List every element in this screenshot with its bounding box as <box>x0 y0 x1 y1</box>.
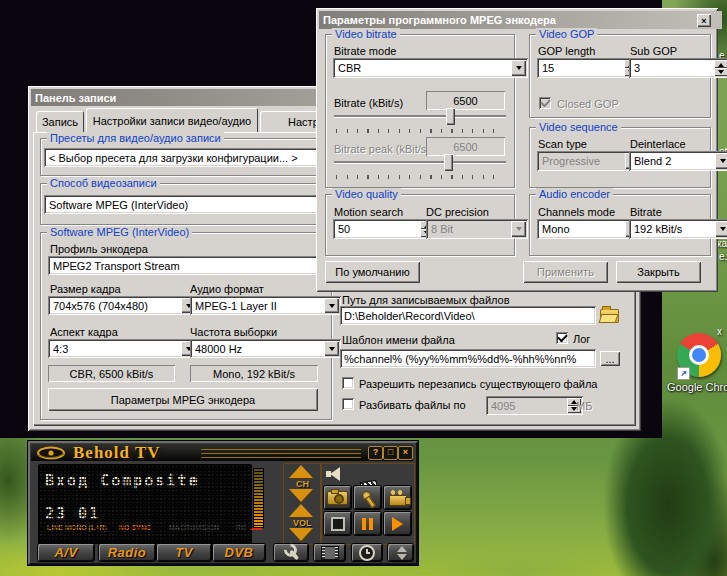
gop-length-spinner[interactable]: 15 <box>537 58 640 78</box>
lcd-clock-text: 23 01 <box>45 505 100 523</box>
settings-button[interactable] <box>274 544 308 561</box>
overwrite-checkbox[interactable] <box>342 377 354 389</box>
bitrate-mode-label: Bitrate mode <box>334 45 396 57</box>
filename-template-input[interactable] <box>340 349 596 368</box>
play-button[interactable] <box>384 512 411 535</box>
log-checkbox[interactable] <box>556 332 568 344</box>
video-sequence-group-title: Video sequence <box>536 121 621 133</box>
video-record-button[interactable] <box>384 486 411 509</box>
collapse-arrows-icon <box>394 546 408 560</box>
mpeg-params-button[interactable]: Параметры MPEG энкодера <box>48 388 318 411</box>
encoder-profile-select[interactable]: MPEG2 Transport Stream <box>48 256 343 275</box>
bitrate-peak-slider-ticks <box>336 175 504 179</box>
split-size-unit-label: МБ <box>576 400 592 412</box>
defaults-button[interactable]: По умолчанию <box>325 261 420 283</box>
close-icon[interactable]: × <box>398 446 413 460</box>
record-panel-title: Панель записи <box>35 92 116 104</box>
recorded-files-button[interactable] <box>314 544 345 561</box>
audio-bitrate-label: Bitrate <box>630 206 662 218</box>
dvb-mode-button[interactable]: DVB <box>213 544 265 561</box>
beholdtv-titlebar[interactable]: Behold TV ? □ × <box>31 444 413 461</box>
audio-bitrate-select[interactable]: 192 kBit/s <box>629 219 727 239</box>
dc-precision-select[interactable]: 8 Bit <box>426 219 528 239</box>
scheduler-button[interactable] <box>352 544 382 561</box>
record-method-select[interactable]: Software MPEG (InterVideo) <box>44 195 349 214</box>
chevron-down-icon[interactable] <box>324 341 339 356</box>
volume-up-button[interactable] <box>289 504 313 517</box>
apply-button[interactable]: Применить <box>523 261 608 283</box>
channel-down-button[interactable] <box>289 489 313 502</box>
mute-speaker-icon[interactable] <box>326 467 343 481</box>
spin-up-button[interactable] <box>714 60 727 68</box>
tab-record[interactable]: Запись <box>36 111 84 132</box>
av-mode-button[interactable]: A/V <box>38 544 94 561</box>
tab-video-audio-settings[interactable]: Настройки записи видео/аудио <box>86 108 258 133</box>
encoder-profile-label: Профиль энкодера <box>50 243 148 255</box>
collapse-button[interactable] <box>388 544 413 561</box>
folder-browse-icon[interactable] <box>600 309 619 323</box>
aspect-select[interactable]: 4:3 <box>48 339 198 358</box>
minimize-icon[interactable]: □ <box>383 446 398 460</box>
dc-precision-value: 8 Bit <box>431 223 453 235</box>
video-summary-field: CBR, 6500 kBit/s <box>48 365 175 382</box>
bitrate-peak-value-field: 6500 <box>426 137 505 156</box>
deinterlace-select[interactable]: Blend 2 <box>629 151 727 171</box>
scan-type-value: Progressive <box>542 155 600 167</box>
channels-mode-select[interactable]: Mono <box>537 219 642 239</box>
chevron-down-icon[interactable] <box>511 60 526 76</box>
scan-type-select[interactable]: Progressive <box>537 151 642 171</box>
motion-search-spinner[interactable]: 50 <box>333 219 436 239</box>
tv-mode-button[interactable]: TV <box>157 544 211 561</box>
dvb-mode-label: DVB <box>225 545 254 560</box>
closed-gop-checkbox[interactable] <box>539 97 551 109</box>
snapshot-button[interactable] <box>324 486 351 509</box>
mpeg-dialog-titlebar[interactable]: Параметры программного MPEG энкодера <box>319 11 722 29</box>
bitrate-peak-slider-thumb[interactable] <box>444 154 453 171</box>
frame-size-value: 704x576 (704x480) <box>53 300 148 312</box>
beholdtv-eye-logo-icon <box>36 446 66 460</box>
software-mpeg-group-title: Software MPEG (InterVideo) <box>47 226 192 238</box>
record-path-input[interactable] <box>340 306 596 325</box>
titlebar-ornament-lines <box>201 449 361 459</box>
sample-rate-select[interactable]: 48000 Hz <box>190 339 341 358</box>
desktop-icon-label-fragment: ка <box>717 238 727 249</box>
preset-select[interactable]: < Выбор пресета для загрузки конфигураци… <box>44 148 347 167</box>
channel-up-button[interactable] <box>289 465 313 478</box>
sub-gop-spinner[interactable]: 3 <box>629 58 727 78</box>
record-method-value: Software MPEG (InterVideo) <box>49 199 188 211</box>
audio-format-select[interactable]: MPEG-1 Layer II <box>190 296 341 315</box>
audio-record-button[interactable] <box>354 486 381 509</box>
close-icon[interactable]: × <box>697 14 711 27</box>
sample-rate-value: 48000 Hz <box>195 343 242 355</box>
split-files-checkbox[interactable] <box>342 398 354 410</box>
split-files-checkbox-label: Разбивать файлы по <box>359 399 466 411</box>
log-checkbox-label: Лог <box>573 333 590 345</box>
radio-mode-button[interactable]: Radio <box>99 544 155 561</box>
tv-mode-label: TV <box>175 545 193 560</box>
pause-icon <box>362 518 373 530</box>
frame-size-select[interactable]: 704x576 (704x480) <box>48 296 198 315</box>
chevron-down-icon[interactable] <box>324 298 339 313</box>
volume-down-button[interactable] <box>289 528 313 541</box>
template-browse-button[interactable]: ... <box>600 351 620 366</box>
bitrate-peak-label: Bitrate peak (kBit/s) <box>334 143 430 155</box>
audio-summary-field: Mono, 192 kBit/s <box>190 365 318 382</box>
chevron-down-icon[interactable] <box>715 221 727 237</box>
clock-icon <box>359 545 375 561</box>
audio-mode-indicator: LINE MONO (L+R) <box>47 524 107 531</box>
chevron-down-icon[interactable] <box>511 221 526 237</box>
close-button[interactable]: Закрыть <box>616 261 701 283</box>
split-size-spinner[interactable]: 4095 <box>486 396 583 415</box>
chevron-down-icon[interactable] <box>715 153 727 169</box>
help-icon[interactable]: ? <box>368 446 383 460</box>
bitrate-mode-select[interactable]: CBR <box>333 58 528 78</box>
stop-button[interactable] <box>324 512 351 535</box>
spin-down-button[interactable] <box>714 68 727 76</box>
pause-button[interactable] <box>354 512 381 535</box>
audio-format-label: Аудио формат <box>190 283 264 295</box>
channel-label: CH <box>296 479 309 489</box>
bitrate-peak-slider-track[interactable] <box>334 161 506 163</box>
bitrate-slider-track[interactable] <box>334 115 506 117</box>
bitrate-slider-thumb[interactable] <box>446 108 455 125</box>
preset-select-value: < Выбор пресета для загрузки конфигураци… <box>49 152 298 164</box>
